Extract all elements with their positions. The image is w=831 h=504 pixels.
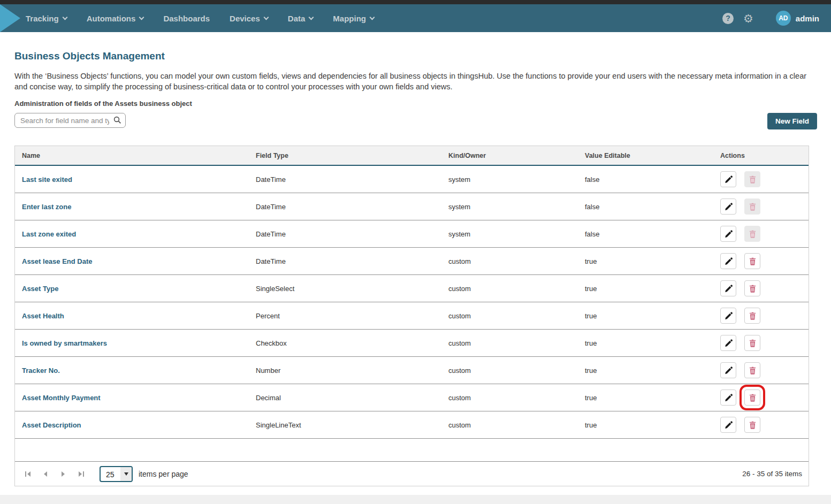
nav-item-label: Devices [230,14,260,23]
field-name-link[interactable]: Asset Monthly Payment [22,394,101,402]
field-name-link[interactable]: Asset Health [22,312,64,320]
pagination-bar: 25 items per page 26 - 35 of 35 items [15,462,809,486]
value-editable-cell: true [578,366,713,375]
field-name-link[interactable]: Tracker No. [22,366,60,375]
delete-button[interactable] [744,335,760,351]
table-row: Is owned by smartmakers Checkbox custom … [15,330,809,357]
delete-button[interactable] [744,390,760,406]
nav-item-tracking[interactable]: Tracking [26,14,67,23]
nav-menu: Tracking Automations Dashboards Devices … [26,14,374,23]
edit-button[interactable] [720,308,736,324]
table-row: Tracker No. Number custom true [15,357,809,384]
field-type-cell: Number [249,366,441,375]
value-editable-cell: true [578,312,713,320]
search-icon[interactable] [113,116,121,124]
edit-button[interactable] [720,280,736,296]
help-icon[interactable]: ? [722,13,734,24]
kind-owner-cell: system [441,203,578,211]
pagination-range-label: 26 - 35 of 35 items [742,470,802,478]
field-type-cell: SingleSelect [249,285,441,293]
actions-cell [713,362,809,378]
pencil-icon [725,366,733,375]
next-page-button[interactable] [57,468,70,480]
nav-item-automations[interactable]: Automations [87,14,144,23]
kind-owner-cell: custom [441,339,578,347]
page-title: Business Objects Management [14,32,817,62]
edit-button[interactable] [720,362,736,378]
trash-icon [749,366,756,375]
nav-item-dashboards[interactable]: Dashboards [163,14,210,23]
column-header-name: Name [15,152,249,159]
edit-button[interactable] [720,226,736,242]
trash-icon [749,339,756,347]
prev-page-button[interactable] [39,468,52,480]
value-editable-cell: true [578,339,713,347]
field-name-link[interactable]: Asset Description [22,421,81,429]
field-type-cell: Checkbox [249,339,441,347]
value-editable-cell: false [578,203,713,211]
edit-button[interactable] [720,417,736,433]
pencil-icon [725,394,733,402]
edit-button[interactable] [720,390,736,406]
kind-owner-cell: custom [441,257,578,265]
field-name-link[interactable]: Last zone exited [22,230,76,238]
nav-item-mapping[interactable]: Mapping [333,14,374,23]
first-page-button[interactable] [21,468,34,480]
table-row: Last site exited DateTime system false [15,166,809,193]
delete-button[interactable] [744,253,760,269]
edit-button[interactable] [720,198,736,215]
field-name-link[interactable]: Asset Type [22,285,58,293]
pencil-icon [725,230,733,238]
main-content: Business Objects Management With the ‘Bu… [0,32,831,495]
field-name-link[interactable]: Asset lease End Date [22,257,93,265]
field-name-link[interactable]: Is owned by smartmakers [22,339,107,347]
nav-item-label: Automations [87,14,136,23]
top-strip [0,0,831,4]
field-type-cell: DateTime [249,230,441,238]
actions-cell [713,226,809,242]
value-editable-cell: true [578,394,713,402]
nav-item-devices[interactable]: Devices [230,14,268,23]
first-page-icon [25,471,31,477]
pencil-icon [725,203,733,211]
table-body: Last site exited DateTime system false E… [15,166,809,439]
edit-button[interactable] [720,253,736,269]
trash-icon [749,421,756,429]
field-name-link[interactable]: Last site exited [22,175,72,184]
column-header-field-type: Field Type [249,152,441,159]
toolbar: New Field [14,113,817,129]
field-type-cell: DateTime [249,203,441,211]
items-per-page-select[interactable]: 25 [100,466,133,482]
pencil-icon [725,339,733,347]
pencil-icon [725,421,733,429]
search-input[interactable] [14,113,126,128]
next-page-icon [60,471,66,477]
chevron-down-icon [263,14,269,20]
nav-item-label: Tracking [26,14,59,23]
gear-icon[interactable]: ⚙ [743,13,753,24]
trash-icon [749,175,756,184]
trash-icon [749,312,756,320]
value-editable-cell: false [578,230,713,238]
actions-cell [713,390,809,406]
actions-cell [713,335,809,351]
new-field-button[interactable]: New Field [767,113,817,129]
nav-item-label: Mapping [333,14,366,23]
kind-owner-cell: custom [441,421,578,429]
delete-button [744,226,760,242]
last-page-button[interactable] [74,468,87,480]
pencil-icon [725,175,733,184]
nav-item-data[interactable]: Data [288,14,314,23]
actions-cell [713,280,809,296]
delete-button[interactable] [744,308,760,324]
avatar[interactable]: AD [776,11,791,26]
items-per-page-label: items per page [139,470,188,478]
delete-button[interactable] [744,417,760,433]
delete-button[interactable] [744,362,760,378]
edit-button[interactable] [720,171,736,187]
actions-cell [713,253,809,269]
edit-button[interactable] [720,335,736,351]
pencil-icon [725,312,733,320]
field-name-link[interactable]: Enter last zone [22,203,71,211]
delete-button[interactable] [744,280,760,296]
